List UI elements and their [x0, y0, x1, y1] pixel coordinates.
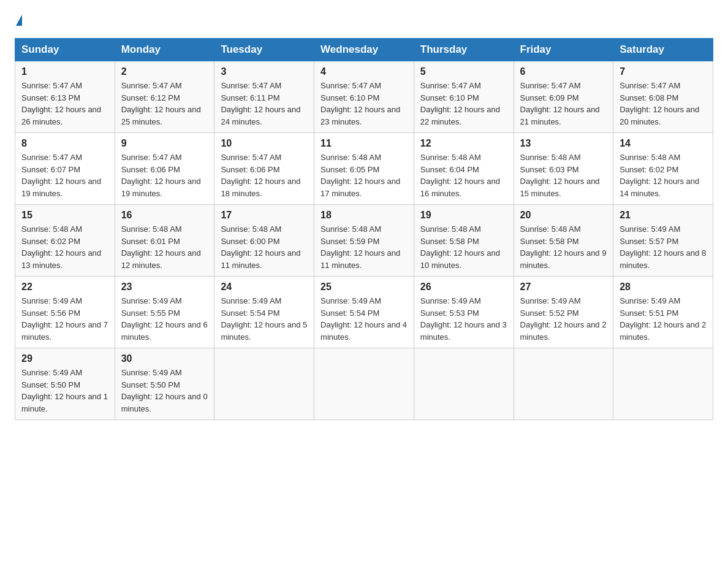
day-info: Sunrise: 5:47 AMSunset: 6:09 PMDaylight:…	[520, 81, 600, 126]
calendar-day-cell: 10 Sunrise: 5:47 AMSunset: 6:06 PMDaylig…	[214, 133, 314, 205]
day-info: Sunrise: 5:47 AMSunset: 6:11 PMDaylight:…	[221, 81, 300, 126]
calendar-body: 1 Sunrise: 5:47 AMSunset: 6:13 PMDayligh…	[15, 61, 713, 420]
calendar-day-cell: 3 Sunrise: 5:47 AMSunset: 6:11 PMDayligh…	[214, 61, 314, 133]
day-number: 16	[121, 210, 208, 221]
day-info: Sunrise: 5:47 AMSunset: 6:08 PMDaylight:…	[620, 81, 699, 126]
calendar-day-cell: 8 Sunrise: 5:47 AMSunset: 6:07 PMDayligh…	[15, 133, 115, 205]
calendar-week-row: 29 Sunrise: 5:49 AMSunset: 5:50 PMDaylig…	[15, 348, 713, 420]
calendar-week-row: 8 Sunrise: 5:47 AMSunset: 6:07 PMDayligh…	[15, 133, 713, 205]
weekday-header-row: SundayMondayTuesdayWednesdayThursdayFrid…	[15, 39, 713, 61]
calendar-day-cell: 27 Sunrise: 5:49 AMSunset: 5:52 PMDaylig…	[514, 277, 613, 348]
calendar-table: SundayMondayTuesdayWednesdayThursdayFrid…	[15, 38, 713, 420]
calendar-week-row: 15 Sunrise: 5:48 AMSunset: 6:02 PMDaylig…	[15, 205, 713, 277]
day-number: 10	[221, 138, 308, 149]
day-number: 1	[21, 66, 108, 77]
calendar-day-cell: 24 Sunrise: 5:49 AMSunset: 5:54 PMDaylig…	[214, 277, 314, 348]
day-info: Sunrise: 5:48 AMSunset: 5:58 PMDaylight:…	[520, 224, 607, 270]
day-info: Sunrise: 5:49 AMSunset: 5:55 PMDaylight:…	[121, 296, 208, 342]
calendar-day-cell: 14 Sunrise: 5:48 AMSunset: 6:02 PMDaylig…	[613, 133, 713, 205]
day-info: Sunrise: 5:49 AMSunset: 5:51 PMDaylight:…	[620, 296, 706, 342]
day-info: Sunrise: 5:49 AMSunset: 5:53 PMDaylight:…	[420, 296, 507, 342]
weekday-header-sunday: Sunday	[15, 39, 115, 61]
day-number: 6	[520, 66, 607, 77]
calendar-day-cell: 6 Sunrise: 5:47 AMSunset: 6:09 PMDayligh…	[514, 61, 613, 133]
calendar-day-cell	[414, 348, 514, 420]
day-number: 28	[620, 282, 707, 293]
day-number: 5	[420, 66, 507, 77]
day-info: Sunrise: 5:49 AMSunset: 5:52 PMDaylight:…	[520, 296, 607, 342]
calendar-day-cell: 30 Sunrise: 5:49 AMSunset: 5:50 PMDaylig…	[115, 348, 214, 420]
day-number: 8	[21, 138, 108, 149]
calendar-day-cell: 2 Sunrise: 5:47 AMSunset: 6:12 PMDayligh…	[115, 61, 214, 133]
day-number: 24	[221, 282, 308, 293]
calendar-day-cell: 1 Sunrise: 5:47 AMSunset: 6:13 PMDayligh…	[15, 61, 115, 133]
day-info: Sunrise: 5:49 AMSunset: 5:54 PMDaylight:…	[221, 296, 307, 342]
day-info: Sunrise: 5:47 AMSunset: 6:06 PMDaylight:…	[121, 153, 201, 198]
day-info: Sunrise: 5:48 AMSunset: 6:03 PMDaylight:…	[520, 153, 600, 198]
day-number: 26	[420, 282, 507, 293]
weekday-header-wednesday: Wednesday	[314, 39, 414, 61]
calendar-day-cell: 23 Sunrise: 5:49 AMSunset: 5:55 PMDaylig…	[115, 277, 214, 348]
day-info: Sunrise: 5:48 AMSunset: 6:02 PMDaylight:…	[620, 153, 699, 198]
day-number: 30	[121, 353, 208, 364]
calendar-day-cell: 26 Sunrise: 5:49 AMSunset: 5:53 PMDaylig…	[414, 277, 514, 348]
day-info: Sunrise: 5:49 AMSunset: 5:56 PMDaylight:…	[21, 296, 108, 342]
day-number: 15	[21, 210, 108, 221]
day-info: Sunrise: 5:48 AMSunset: 6:01 PMDaylight:…	[121, 224, 201, 270]
day-number: 4	[320, 66, 408, 77]
calendar-day-cell: 5 Sunrise: 5:47 AMSunset: 6:10 PMDayligh…	[414, 61, 514, 133]
day-info: Sunrise: 5:48 AMSunset: 6:00 PMDaylight:…	[221, 224, 300, 270]
calendar-day-cell: 16 Sunrise: 5:48 AMSunset: 6:01 PMDaylig…	[115, 205, 214, 277]
calendar-day-cell: 22 Sunrise: 5:49 AMSunset: 5:56 PMDaylig…	[15, 277, 115, 348]
day-info: Sunrise: 5:49 AMSunset: 5:54 PMDaylight:…	[320, 296, 407, 342]
day-number: 11	[320, 138, 408, 149]
day-info: Sunrise: 5:48 AMSunset: 5:58 PMDaylight:…	[420, 224, 500, 270]
day-info: Sunrise: 5:47 AMSunset: 6:13 PMDaylight:…	[21, 81, 101, 126]
page-header	[15, 15, 713, 26]
day-number: 19	[420, 210, 507, 221]
calendar-day-cell: 15 Sunrise: 5:48 AMSunset: 6:02 PMDaylig…	[15, 205, 115, 277]
calendar-day-cell: 17 Sunrise: 5:48 AMSunset: 6:00 PMDaylig…	[214, 205, 314, 277]
calendar-day-cell	[314, 348, 414, 420]
day-info: Sunrise: 5:47 AMSunset: 6:12 PMDaylight:…	[121, 81, 201, 126]
calendar-day-cell: 29 Sunrise: 5:49 AMSunset: 5:50 PMDaylig…	[15, 348, 115, 420]
day-info: Sunrise: 5:49 AMSunset: 5:50 PMDaylight:…	[121, 368, 208, 413]
day-number: 14	[620, 138, 707, 149]
day-info: Sunrise: 5:47 AMSunset: 6:06 PMDaylight:…	[221, 153, 300, 198]
day-number: 2	[121, 66, 208, 77]
calendar-day-cell: 9 Sunrise: 5:47 AMSunset: 6:06 PMDayligh…	[115, 133, 214, 205]
day-info: Sunrise: 5:48 AMSunset: 6:02 PMDaylight:…	[21, 224, 101, 270]
day-info: Sunrise: 5:47 AMSunset: 6:10 PMDaylight:…	[420, 81, 500, 126]
day-info: Sunrise: 5:49 AMSunset: 5:50 PMDaylight:…	[21, 368, 108, 413]
day-info: Sunrise: 5:48 AMSunset: 6:05 PMDaylight:…	[320, 153, 400, 198]
day-number: 27	[520, 282, 607, 293]
day-info: Sunrise: 5:47 AMSunset: 6:10 PMDaylight:…	[320, 81, 400, 126]
weekday-header-saturday: Saturday	[613, 39, 713, 61]
calendar-day-cell: 7 Sunrise: 5:47 AMSunset: 6:08 PMDayligh…	[613, 61, 713, 133]
day-number: 25	[320, 282, 408, 293]
calendar-day-cell: 4 Sunrise: 5:47 AMSunset: 6:10 PMDayligh…	[314, 61, 414, 133]
calendar-header: SundayMondayTuesdayWednesdayThursdayFrid…	[15, 39, 713, 61]
calendar-day-cell: 21 Sunrise: 5:49 AMSunset: 5:57 PMDaylig…	[613, 205, 713, 277]
day-number: 12	[420, 138, 507, 149]
calendar-day-cell	[214, 348, 314, 420]
calendar-day-cell	[613, 348, 713, 420]
day-number: 9	[121, 138, 208, 149]
day-number: 20	[520, 210, 607, 221]
calendar-day-cell: 13 Sunrise: 5:48 AMSunset: 6:03 PMDaylig…	[514, 133, 613, 205]
logo	[15, 15, 22, 26]
weekday-header-tuesday: Tuesday	[214, 39, 314, 61]
day-number: 13	[520, 138, 607, 149]
calendar-day-cell: 19 Sunrise: 5:48 AMSunset: 5:58 PMDaylig…	[414, 205, 514, 277]
day-number: 29	[21, 353, 108, 364]
calendar-day-cell: 18 Sunrise: 5:48 AMSunset: 5:59 PMDaylig…	[314, 205, 414, 277]
calendar-day-cell: 20 Sunrise: 5:48 AMSunset: 5:58 PMDaylig…	[514, 205, 613, 277]
calendar-day-cell	[514, 348, 613, 420]
calendar-day-cell: 11 Sunrise: 5:48 AMSunset: 6:05 PMDaylig…	[314, 133, 414, 205]
day-number: 7	[620, 66, 707, 77]
day-number: 22	[21, 282, 108, 293]
day-info: Sunrise: 5:49 AMSunset: 5:57 PMDaylight:…	[620, 224, 706, 270]
calendar-week-row: 1 Sunrise: 5:47 AMSunset: 6:13 PMDayligh…	[15, 61, 713, 133]
day-number: 17	[221, 210, 308, 221]
day-info: Sunrise: 5:47 AMSunset: 6:07 PMDaylight:…	[21, 153, 101, 198]
